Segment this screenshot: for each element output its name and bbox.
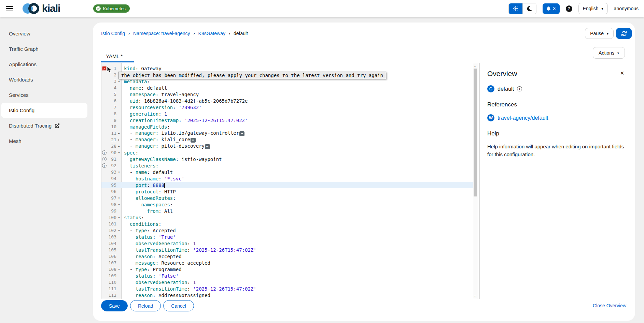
- folded-code-widget[interactable]: ↔: [205, 144, 210, 149]
- scrollbar-thumb[interactable]: [474, 69, 477, 196]
- editor-line-10[interactable]: 10 managedFields:: [101, 123, 473, 130]
- editor-line-28[interactable]: 28▸ - manager: pilot-discovery↔: [101, 143, 473, 149]
- code-text: - manager: kiali_core↔: [122, 137, 196, 143]
- editor-line-94[interactable]: 94 hostname: '*.svc': [101, 175, 473, 182]
- editor-line-97[interactable]: 97▾ allowedRoutes:: [101, 195, 473, 201]
- info-icon[interactable]: i: [517, 86, 522, 91]
- editor-line-8[interactable]: 8 generation: 1: [101, 111, 473, 117]
- sidebar-item-overview[interactable]: Overview: [0, 26, 89, 41]
- fold-closed-icon[interactable]: ▸: [116, 131, 122, 135]
- actions-label: Actions: [599, 50, 614, 56]
- sidebar-item-distributed-tracing[interactable]: Distributed Tracing: [0, 118, 89, 133]
- sidebar-item-traffic-graph[interactable]: Traffic Graph: [0, 41, 89, 57]
- fold-closed-icon[interactable]: ▸: [116, 138, 122, 142]
- notifications-button[interactable]: 3: [543, 3, 560, 14]
- info-icon[interactable]: i: [102, 150, 107, 155]
- editor-line-11[interactable]: 11▸ - manager: istio.io/gateway-controll…: [101, 130, 473, 136]
- help-icon[interactable]: ?: [566, 5, 572, 12]
- editor-line-100[interactable]: 100▾status:: [101, 214, 473, 221]
- editor-line-91[interactable]: i91 gatewayClassName: istio-waypoint: [101, 156, 473, 162]
- editor-line-21[interactable]: 21▸ - manager: kiali_core↔: [101, 136, 473, 143]
- light-theme-button[interactable]: [509, 3, 522, 14]
- editor-line-108[interactable]: 108▾ - type: Programmed: [101, 266, 473, 273]
- folded-code-widget[interactable]: ↔: [239, 131, 244, 136]
- sidebar-item-applications[interactable]: Applications: [0, 57, 89, 72]
- editor-line-104[interactable]: 104 observedGeneration: 1: [101, 240, 473, 247]
- save-button[interactable]: Save: [101, 300, 128, 311]
- hamburger-menu-icon[interactable]: [6, 6, 13, 11]
- fold-open-icon[interactable]: ▾: [116, 79, 122, 83]
- editor-line-90[interactable]: i90▾spec:: [101, 149, 473, 156]
- sun-icon: [513, 6, 518, 11]
- refresh-button[interactable]: [616, 28, 632, 39]
- editor-line-102[interactable]: 102▾ - type: Accepted: [101, 227, 473, 234]
- reload-button[interactable]: Reload: [130, 300, 161, 311]
- mouse-pointer: [107, 66, 112, 73]
- fold-open-icon[interactable]: ▾: [116, 151, 122, 155]
- editor-line-93[interactable]: 93▾ - name: default: [101, 169, 473, 175]
- error-icon[interactable]: ✕: [102, 66, 107, 71]
- sidebar-item-mesh[interactable]: Mesh: [0, 133, 89, 149]
- dark-theme-button[interactable]: [522, 3, 536, 14]
- fold-open-icon[interactable]: ▾: [116, 229, 122, 232]
- editor-line-111[interactable]: 111 lastTransitionTime: '2025-12-26T15:4…: [101, 285, 473, 292]
- editor-line-98[interactable]: 98▾ namespaces:: [101, 201, 473, 208]
- editor-line-5[interactable]: 5 namespace: travel-agency: [101, 91, 473, 98]
- editor-line-1[interactable]: ✕1kind: Gateway: [101, 65, 473, 72]
- editor-line-6[interactable]: 6 uid: 16b826a4-1083-4d2f-ab5c-2065d7b72…: [101, 98, 473, 104]
- editor-line-107[interactable]: 107 message: Resource accepted: [101, 260, 473, 266]
- editor-line-105[interactable]: 105 lastTransitionTime: '2025-12-26T15:4…: [101, 247, 473, 253]
- fold-open-icon[interactable]: ▾: [116, 216, 122, 219]
- folded-code-widget[interactable]: ↔: [191, 138, 196, 143]
- info-icon[interactable]: i: [102, 157, 107, 161]
- scroll-up-icon[interactable]: ▴: [473, 64, 477, 68]
- yaml-editor[interactable]: ✕1kind: Gateway23▾metadata:4 name: defau…: [101, 63, 477, 299]
- cancel-button[interactable]: Cancel: [163, 300, 194, 311]
- info-icon[interactable]: i: [102, 163, 107, 168]
- sidebar-item-services[interactable]: Services: [0, 87, 89, 103]
- line-number: 93: [107, 170, 116, 175]
- active-tab-indicator: [101, 61, 134, 62]
- kubernetes-badge: Kubernetes: [93, 4, 130, 13]
- fold-open-icon[interactable]: ▾: [116, 170, 122, 174]
- scroll-down-icon[interactable]: ▾: [473, 294, 477, 298]
- line-number: 109: [107, 273, 116, 278]
- editor-line-4[interactable]: 4 name: default: [101, 85, 473, 91]
- fold-open-icon[interactable]: ▾: [116, 267, 122, 271]
- breadcrumb-link-namespace-travel-agency[interactable]: Namespace: travel-agency: [133, 31, 190, 36]
- line-number: 102: [107, 228, 116, 233]
- actions-dropdown[interactable]: Actions ▾: [593, 47, 625, 59]
- fold-closed-icon[interactable]: ▸: [116, 144, 122, 148]
- editor-line-9[interactable]: 9 creationTimestamp: '2025-12-26T15:47:0…: [101, 117, 473, 123]
- editor-line-109[interactable]: 109 status: 'False': [101, 273, 473, 279]
- sidebar-item-workloads[interactable]: Workloads: [0, 72, 89, 87]
- editor-line-96[interactable]: 96 protocol: HTTP: [101, 188, 473, 195]
- pause-dropdown[interactable]: Pause ▾: [585, 28, 614, 39]
- breadcrumb-link-k8sgateway[interactable]: K8sGateway: [198, 31, 225, 36]
- sidebar-item-label: Workloads: [9, 77, 33, 83]
- tab-yaml[interactable]: YAML *: [106, 53, 123, 59]
- close-icon[interactable]: ×: [620, 70, 624, 76]
- fold-open-icon[interactable]: ▾: [116, 196, 122, 200]
- sidebar-nav: OverviewTraffic GraphApplicationsWorkloa…: [0, 17, 89, 323]
- sidebar-item-istio-config[interactable]: Istio Config: [1, 103, 87, 118]
- editor-line-7[interactable]: 7 resourceVersion: '739632': [101, 104, 473, 111]
- code-text: kind: Gateway: [122, 66, 162, 71]
- fold-open-icon[interactable]: ▾: [116, 203, 122, 206]
- line-number: 90: [107, 150, 116, 155]
- breadcrumb-link-istio-config[interactable]: Istio Config: [101, 31, 125, 36]
- editor-line-95[interactable]: 95 port: 8888: [101, 182, 473, 188]
- editor-line-101[interactable]: 101 conditions:: [101, 221, 473, 227]
- line-number: 104: [107, 241, 116, 246]
- editor-line-103[interactable]: 103 status: 'True': [101, 234, 473, 240]
- editor-scrollbar[interactable]: ▴ ▾: [473, 63, 477, 299]
- editor-line-99[interactable]: 99 from: All: [101, 208, 473, 214]
- language-dropdown[interactable]: English ▾: [578, 3, 608, 14]
- line-number: 3: [107, 79, 116, 84]
- editor-line-92[interactable]: i92 listeners:: [101, 162, 473, 169]
- editor-line-110[interactable]: 110 observedGeneration: 1: [101, 279, 473, 285]
- reference-link[interactable]: travel-agency/default: [498, 115, 548, 121]
- close-overview-link[interactable]: Close Overview: [593, 303, 626, 308]
- editor-line-106[interactable]: 106 reason: Accepted: [101, 253, 473, 260]
- editor-line-112[interactable]: 112 reason: AddressNotAssigned: [101, 292, 473, 298]
